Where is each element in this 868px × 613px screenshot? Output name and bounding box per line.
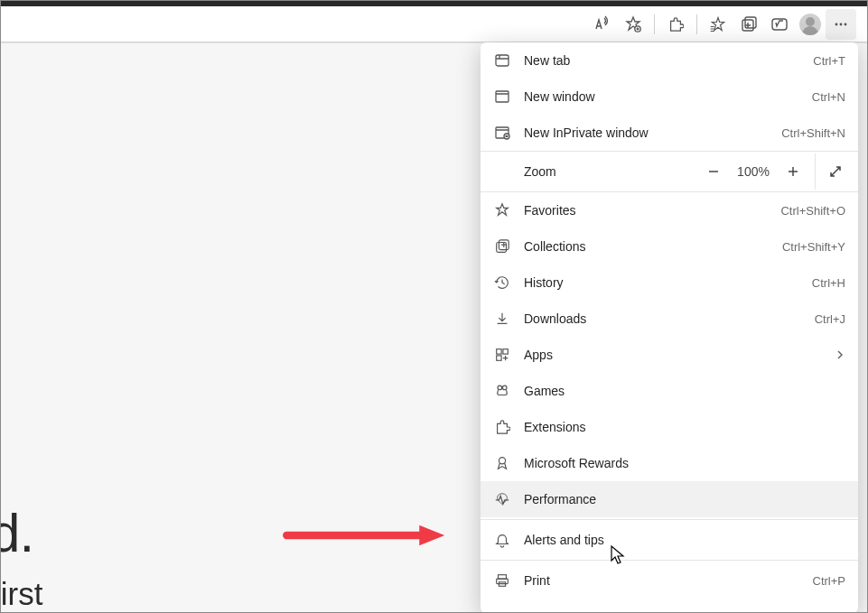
extensions-icon xyxy=(493,418,511,436)
apps-icon xyxy=(493,346,511,364)
collections-icon xyxy=(493,237,511,255)
history-icon xyxy=(493,274,511,292)
menu-separator xyxy=(481,560,858,561)
menu-item-downloads[interactable]: Downloads Ctrl+J xyxy=(481,301,858,337)
browser-toolbar xyxy=(1,6,867,42)
downloads-icon xyxy=(493,310,511,328)
page-heading-fragment: ted. xyxy=(0,502,33,564)
games-icon xyxy=(493,382,511,400)
menu-item-new-tab[interactable]: New tab Ctrl+T xyxy=(481,42,858,79)
menu-shortcut: Ctrl+T xyxy=(813,54,845,68)
svg-point-16 xyxy=(498,385,502,390)
favorites-button[interactable] xyxy=(703,9,733,40)
menu-label: Print xyxy=(524,573,800,588)
menu-item-alerts[interactable]: Alerts and tips xyxy=(481,522,858,558)
menu-label: New window xyxy=(524,89,799,104)
performance-icon xyxy=(493,490,511,508)
profile-button[interactable] xyxy=(795,9,826,40)
zoom-label: Zoom xyxy=(524,164,695,179)
menu-label: Performance xyxy=(524,492,845,506)
svg-rect-13 xyxy=(497,349,501,354)
svg-point-4 xyxy=(835,23,838,25)
add-favorite-button[interactable] xyxy=(618,9,649,40)
menu-item-performance[interactable]: Performance xyxy=(481,481,858,517)
menu-item-inprivate[interactable]: New InPrivate window Ctrl+Shift+N xyxy=(481,115,858,151)
menu-item-new-window[interactable]: New window Ctrl+N xyxy=(481,79,858,115)
menu-item-history[interactable]: History Ctrl+H xyxy=(481,265,858,301)
print-icon xyxy=(493,571,511,590)
avatar-icon xyxy=(799,14,821,35)
menu-item-apps[interactable]: Apps xyxy=(481,337,858,373)
menu-label: Apps xyxy=(524,348,822,362)
zoom-out-button[interactable] xyxy=(695,153,732,190)
menu-label: Alerts and tips xyxy=(524,533,845,547)
menu-item-games[interactable]: Games xyxy=(481,373,858,409)
menu-label: Games xyxy=(524,384,845,398)
zoom-value: 100% xyxy=(732,164,775,179)
menu-label: Favorites xyxy=(524,203,768,218)
menu-label: New InPrivate window xyxy=(524,125,769,140)
menu-label: Collections xyxy=(524,239,770,254)
menu-separator xyxy=(481,519,858,520)
menu-item-rewards[interactable]: Microsoft Rewards xyxy=(481,445,858,481)
menu-item-collections[interactable]: Collections Ctrl+Shift+Y xyxy=(481,228,858,265)
alerts-icon xyxy=(493,531,511,549)
favorites-icon xyxy=(493,201,511,219)
svg-point-5 xyxy=(840,23,843,25)
menu-shortcut: Ctrl+N xyxy=(812,90,845,104)
menu-label: Microsoft Rewards xyxy=(524,456,845,470)
menu-label: Downloads xyxy=(524,311,802,326)
settings-menu: New tab Ctrl+T New window Ctrl+N New InP… xyxy=(481,42,858,613)
menu-label: New tab xyxy=(524,53,800,68)
menu-shortcut: Ctrl+H xyxy=(812,276,845,290)
svg-rect-2 xyxy=(745,17,756,28)
menu-zoom-row: Zoom 100% xyxy=(481,151,858,192)
menu-shortcut: Ctrl+J xyxy=(815,312,845,326)
menu-shortcut: Ctrl+Shift+N xyxy=(781,126,845,140)
math-solver-button[interactable] xyxy=(764,9,795,40)
extensions-button[interactable] xyxy=(660,9,691,40)
menu-shortcut: Ctrl+Shift+O xyxy=(780,204,845,218)
svg-rect-20 xyxy=(497,579,509,583)
svg-rect-14 xyxy=(503,349,508,354)
svg-rect-15 xyxy=(497,356,501,360)
svg-point-6 xyxy=(845,23,847,25)
settings-more-button[interactable] xyxy=(826,9,856,40)
inprivate-icon xyxy=(493,124,511,142)
svg-rect-11 xyxy=(497,243,507,253)
menu-shortcut: Ctrl+Shift+Y xyxy=(782,240,845,254)
svg-point-17 xyxy=(502,385,507,390)
menu-item-print[interactable]: Print Ctrl+P xyxy=(481,562,858,599)
fullscreen-button[interactable] xyxy=(815,153,854,190)
zoom-in-button[interactable] xyxy=(775,153,811,190)
menu-item-extensions[interactable]: Extensions xyxy=(481,409,858,445)
menu-label: History xyxy=(524,275,799,290)
new-window-icon xyxy=(493,88,511,106)
svg-rect-19 xyxy=(499,575,507,580)
collections-button[interactable] xyxy=(733,9,764,40)
menu-item-favorites[interactable]: Favorites Ctrl+Shift+O xyxy=(481,192,858,228)
svg-rect-8 xyxy=(496,91,509,102)
page-subheading-fragment: first xyxy=(0,576,42,612)
rewards-icon xyxy=(493,454,511,472)
svg-point-18 xyxy=(499,458,505,464)
chevron-right-icon xyxy=(835,349,845,360)
menu-shortcut: Ctrl+P xyxy=(813,574,845,588)
svg-rect-7 xyxy=(496,55,509,66)
read-aloud-button[interactable] xyxy=(587,9,618,40)
new-tab-icon xyxy=(493,51,511,70)
menu-label: Extensions xyxy=(524,420,845,434)
